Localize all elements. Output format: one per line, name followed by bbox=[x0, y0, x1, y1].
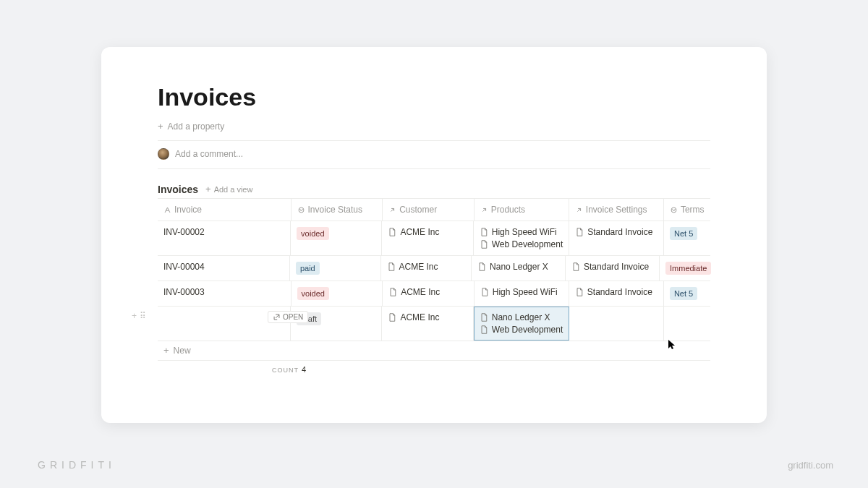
page-ref[interactable]: Standard Invoice bbox=[571, 262, 649, 272]
new-row-button[interactable]: + New bbox=[158, 341, 710, 361]
cell-invoice[interactable]: INV-00003 bbox=[158, 281, 292, 306]
page-icon bbox=[388, 288, 397, 296]
database-table: Invoice Invoice Status Customer Products… bbox=[158, 198, 710, 378]
column-label: Products bbox=[491, 205, 525, 215]
cell-terms[interactable]: Net 5 bbox=[664, 221, 710, 255]
page-icon bbox=[480, 240, 488, 249]
page-ref[interactable]: Web Development bbox=[480, 325, 563, 335]
page-ref[interactable]: Standard Invoice bbox=[575, 227, 652, 237]
cell-customer[interactable]: ACME Inc bbox=[382, 221, 473, 255]
count-summary[interactable]: COUNT 4 bbox=[272, 365, 306, 374]
view-title[interactable]: Invoices bbox=[158, 184, 198, 195]
cell-status[interactable]: voided bbox=[292, 281, 383, 306]
terms-tag: Immediate bbox=[665, 262, 711, 275]
column-header-status[interactable]: Invoice Status bbox=[292, 199, 383, 221]
add-comment-placeholder: Add a comment... bbox=[175, 149, 243, 159]
page-ref[interactable]: High Speed WiFi bbox=[480, 287, 558, 297]
column-label: Invoice bbox=[174, 205, 202, 215]
page-ref[interactable]: ACME Inc bbox=[388, 287, 440, 297]
cell-status[interactable]: paid bbox=[290, 256, 381, 281]
table-row[interactable]: INV-00002voidedACME IncHigh Speed WiFiWe… bbox=[158, 221, 710, 256]
cell-terms[interactable] bbox=[664, 307, 710, 341]
add-property-button[interactable]: + Add a property bbox=[158, 119, 710, 141]
count-label: COUNT bbox=[272, 367, 299, 374]
page-title[interactable]: Invoices bbox=[158, 83, 710, 111]
cell-products[interactable]: High Speed WiFiWeb Development bbox=[474, 221, 570, 255]
plus-icon: + bbox=[158, 122, 163, 131]
cell-products[interactable]: High Speed WiFi bbox=[475, 281, 569, 306]
svg-point-1 bbox=[671, 207, 676, 213]
column-header-invoice[interactable]: Invoice bbox=[158, 199, 292, 221]
row-gutter: +⠿ bbox=[132, 311, 146, 321]
column-label: Terms bbox=[681, 205, 705, 215]
page-icon bbox=[388, 313, 396, 322]
cell-terms[interactable]: Net 5 bbox=[664, 281, 710, 306]
cell-settings[interactable]: Standard Invoice bbox=[569, 221, 664, 255]
page-icon bbox=[571, 262, 580, 271]
add-comment-input[interactable]: Add a comment... bbox=[158, 141, 710, 169]
table-footer: COUNT 4 bbox=[158, 361, 710, 378]
add-view-label: Add a view bbox=[214, 185, 253, 194]
page-icon bbox=[387, 262, 396, 271]
select-icon bbox=[670, 206, 678, 214]
select-icon bbox=[297, 206, 305, 214]
watermark-left: GRIDFITI bbox=[38, 459, 116, 471]
add-property-label: Add a property bbox=[168, 121, 225, 132]
page-icon bbox=[388, 228, 396, 236]
page-content: Invoices + Add a property Add a comment.… bbox=[101, 47, 767, 393]
page-ref[interactable]: Nano Ledger X bbox=[480, 312, 563, 322]
open-row-button[interactable]: OPEN bbox=[268, 311, 308, 323]
page-ref[interactable]: ACME Inc bbox=[387, 262, 438, 272]
column-label: Invoice Settings bbox=[586, 205, 647, 215]
cell-customer[interactable]: ACME Inc bbox=[383, 281, 475, 306]
cell-products[interactable]: Nano Ledger X bbox=[472, 256, 566, 281]
page-ref[interactable]: ACME Inc bbox=[388, 312, 439, 322]
page-icon bbox=[480, 288, 489, 296]
column-header-settings[interactable]: Invoice Settings bbox=[569, 199, 664, 221]
avatar bbox=[158, 148, 169, 160]
terms-tag: Net 5 bbox=[670, 287, 697, 300]
cell-customer[interactable]: ACME Inc bbox=[381, 256, 472, 281]
page-ref[interactable]: Standard Invoice bbox=[575, 287, 652, 297]
relation-icon bbox=[575, 206, 583, 214]
count-value: 4 bbox=[302, 365, 306, 374]
plus-icon: + bbox=[163, 346, 169, 355]
app-window: Invoices + Add a property Add a comment.… bbox=[101, 47, 767, 423]
cell-customer[interactable]: ACME Inc bbox=[382, 307, 473, 341]
terms-tag: Net 5 bbox=[670, 227, 697, 240]
cell-products[interactable]: Nano Ledger XWeb Development bbox=[474, 307, 570, 341]
column-label: Invoice Status bbox=[308, 205, 362, 215]
table-row[interactable]: draftACME IncNano Ledger XWeb Developmen… bbox=[158, 307, 710, 341]
drag-handle-icon[interactable]: ⠿ bbox=[140, 311, 146, 321]
cell-status[interactable]: voided bbox=[291, 221, 382, 255]
add-view-button[interactable]: + Add a view bbox=[205, 185, 252, 194]
column-header-products[interactable]: Products bbox=[475, 199, 569, 221]
cell-invoice[interactable]: INV-00004 bbox=[158, 256, 290, 281]
page-ref[interactable]: Nano Ledger X bbox=[477, 262, 548, 272]
table-row[interactable]: INV-00003voidedACME IncHigh Speed WiFiSt… bbox=[158, 281, 710, 307]
table-row[interactable]: INV-00004paidACME IncNano Ledger XStanda… bbox=[158, 256, 710, 281]
plus-icon: + bbox=[205, 185, 211, 194]
page-ref[interactable]: High Speed WiFi bbox=[480, 227, 563, 237]
cell-settings[interactable] bbox=[569, 307, 664, 341]
status-tag: paid bbox=[296, 262, 320, 275]
page-icon bbox=[575, 288, 584, 296]
watermark-right: gridfiti.com bbox=[788, 460, 833, 471]
page-icon bbox=[480, 325, 488, 334]
title-icon bbox=[163, 206, 171, 214]
new-row-label: New bbox=[174, 346, 191, 356]
cell-settings[interactable]: Standard Invoice bbox=[566, 256, 660, 281]
add-row-icon[interactable]: + bbox=[132, 311, 137, 321]
cursor-icon bbox=[668, 340, 676, 352]
cell-invoice[interactable]: INV-00002 bbox=[158, 221, 291, 255]
column-header-customer[interactable]: Customer bbox=[383, 199, 475, 221]
page-icon bbox=[480, 313, 488, 322]
cell-terms[interactable]: Immediate bbox=[660, 256, 710, 281]
column-header-terms[interactable]: Terms bbox=[664, 199, 710, 221]
page-ref[interactable]: Web Development bbox=[480, 239, 563, 249]
page-ref[interactable]: ACME Inc bbox=[388, 227, 439, 237]
cell-settings[interactable]: Standard Invoice bbox=[569, 281, 664, 306]
open-icon bbox=[273, 313, 281, 321]
page-icon bbox=[575, 228, 584, 236]
svg-point-0 bbox=[299, 207, 304, 213]
